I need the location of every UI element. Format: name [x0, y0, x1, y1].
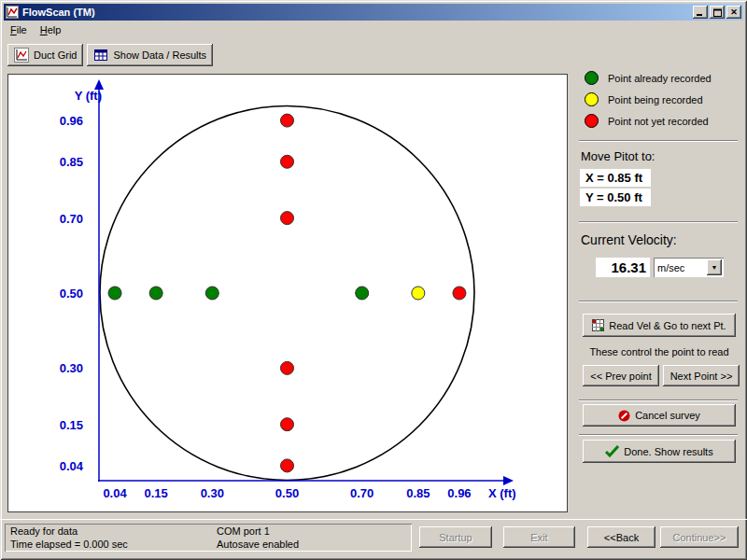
x-tick-label: 0.96: [447, 486, 471, 500]
right-panel: Point already recordedPoint being record…: [575, 65, 743, 519]
x-axis-arrow: [503, 476, 514, 485]
y-tick-label: 0.70: [60, 212, 83, 226]
traverse-point: [281, 114, 294, 127]
traverse-point: [281, 459, 294, 472]
time-elapsed-text: Time elapsed = 0.000 sec: [10, 539, 128, 550]
menu-item-file[interactable]: File: [4, 22, 34, 37]
chevron-down-icon[interactable]: ▼: [707, 259, 722, 275]
prev-point-button[interactable]: << Prev point: [583, 365, 659, 386]
x-tick-label: 0.04: [103, 486, 127, 500]
next-point-button[interactable]: Next Point >>: [663, 365, 740, 386]
read-vel-button[interactable]: Read Vel & Go to next Pt.: [583, 314, 736, 337]
traverse-point: [356, 287, 369, 300]
legend-item: Point being recorded: [575, 89, 743, 110]
legend-label: Point not yet recorded: [608, 116, 709, 127]
continue-label: Continue>>: [673, 532, 726, 543]
x-tick-label: 0.15: [144, 486, 167, 500]
duct-grid-button[interactable]: Duct Grid: [7, 44, 83, 66]
duct-grid-plot: Y (ft)X (ft)0.960.850.700.500.300.150.04…: [7, 74, 568, 512]
done-show-results-label: Done. Show results: [624, 446, 712, 457]
traverse-point: [281, 361, 294, 374]
divider: [579, 434, 738, 436]
show-data-button[interactable]: Show Data / Results: [87, 44, 213, 66]
legend-label: Point already recorded: [608, 73, 712, 84]
minimize-button[interactable]: [693, 6, 708, 19]
legend-item: Point already recorded: [575, 67, 743, 89]
traverse-point: [412, 287, 425, 300]
plot-svg: Y (ft)X (ft)0.960.850.700.500.300.150.04…: [8, 75, 567, 511]
divider: [579, 140, 738, 142]
move-pitot-y-value: Y = 0.50 ft: [580, 189, 651, 206]
y-tick-label: 0.30: [60, 361, 83, 375]
velocity-value: 16.31: [596, 258, 650, 277]
window-controls: ✕: [693, 6, 741, 19]
traverse-point: [281, 212, 294, 225]
window-title: FlowScan (TM): [22, 7, 95, 18]
y-tick-label: 0.04: [60, 459, 84, 473]
legend-dot: [585, 71, 599, 85]
x-tick-label: 0.30: [201, 486, 224, 500]
startup-label: Startup: [439, 532, 472, 543]
app-window: FlowScan (TM) ✕ FileHelp Duct Grid: [0, 0, 747, 560]
menu-bar: FileHelp: [4, 21, 743, 38]
legend-label: Point being recorded: [608, 94, 703, 105]
com-port-text: COM port 1: [217, 525, 270, 537]
title-bar: FlowScan (TM) ✕: [4, 4, 743, 21]
back-label: <<Back: [604, 532, 639, 543]
traverse-point: [205, 287, 218, 300]
divider: [579, 399, 738, 401]
traverse-point: [281, 155, 294, 168]
current-velocity-title: Current Velocity:: [581, 232, 677, 247]
read-vel-icon: [592, 319, 604, 331]
y-axis-label: Y (ft): [75, 89, 102, 103]
duct-grid-icon: [14, 48, 29, 63]
maximize-button[interactable]: [710, 6, 725, 19]
done-show-results-button[interactable]: Done. Show results: [583, 440, 736, 463]
traverse-point: [281, 418, 294, 431]
y-tick-label: 0.85: [60, 155, 83, 169]
traverse-point: [149, 287, 162, 300]
status-box: Ready for data Time elapsed = 0.000 sec …: [5, 524, 412, 552]
app-icon: [6, 6, 19, 19]
move-pitot-title: Move Pitot to:: [581, 149, 655, 163]
autosave-text: Autosave enabled: [217, 539, 299, 550]
y-tick-label: 0.50: [60, 287, 83, 301]
checkmark-icon: [605, 445, 619, 457]
menu-item-help[interactable]: Help: [34, 22, 68, 37]
x-tick-label: 0.85: [406, 486, 430, 500]
prev-point-label: << Prev point: [590, 371, 651, 382]
exit-button[interactable]: Exit: [503, 526, 575, 548]
cancel-survey-button[interactable]: Cancel survey: [583, 404, 736, 427]
close-icon[interactable]: ✕: [726, 6, 741, 19]
continue-button[interactable]: Continue>>: [660, 526, 739, 548]
duct-grid-label: Duct Grid: [34, 49, 77, 61]
status-text: Ready for data: [10, 525, 78, 537]
cancel-icon: [618, 410, 630, 422]
show-data-label: Show Data / Results: [113, 49, 206, 61]
point-control-hint: These control the point to read: [575, 346, 743, 357]
velocity-unit-value: m/sec: [654, 262, 707, 273]
velocity-unit-select[interactable]: m/sec ▼: [654, 258, 724, 277]
traverse-point: [453, 287, 466, 300]
startup-button[interactable]: Startup: [419, 526, 492, 548]
y-tick-label: 0.15: [60, 418, 83, 432]
legend: Point already recordedPoint being record…: [575, 67, 743, 132]
legend-item: Point not yet recorded: [575, 110, 743, 132]
next-point-label: Next Point >>: [670, 371, 733, 382]
move-pitot-x-value: X = 0.85 ft: [580, 169, 651, 187]
y-tick-label: 0.96: [60, 114, 83, 128]
traverse-point: [108, 287, 121, 300]
status-bar: Ready for data Time elapsed = 0.000 sec …: [0, 519, 747, 560]
cancel-survey-label: Cancel survey: [635, 410, 700, 421]
x-tick-label: 0.50: [275, 486, 299, 500]
read-vel-label: Read Vel & Go to next Pt.: [609, 320, 726, 331]
x-tick-label: 0.70: [350, 486, 374, 500]
legend-dot: [585, 92, 599, 106]
divider: [579, 301, 738, 302]
divider: [579, 221, 738, 223]
back-button[interactable]: <<Back: [587, 526, 655, 548]
data-table-icon: [93, 48, 108, 63]
x-axis-label: X (ft): [488, 486, 516, 500]
exit-label: Exit: [530, 532, 547, 543]
legend-dot: [585, 114, 599, 128]
